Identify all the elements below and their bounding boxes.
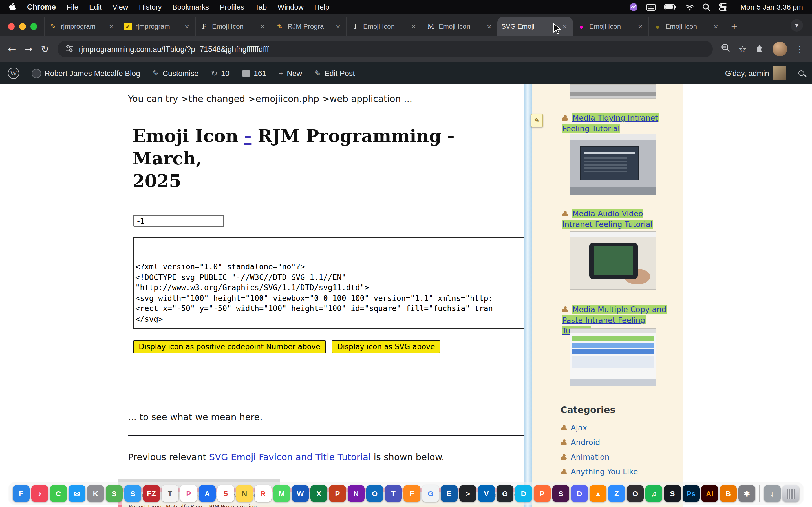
- dock-app-icon[interactable]: G: [497, 485, 513, 502]
- forward-icon[interactable]: →: [24, 43, 33, 55]
- post-thumbnail[interactable]: [569, 328, 656, 386]
- dock-app-icon[interactable]: ✉: [68, 485, 86, 502]
- tab-close-icon[interactable]: [107, 22, 116, 31]
- dock-app-icon[interactable]: F: [13, 485, 30, 502]
- dock-app-icon[interactable]: R: [255, 485, 271, 502]
- control-center-icon[interactable]: [719, 3, 727, 11]
- category-link[interactable]: Anything You Like: [571, 467, 638, 476]
- stats-icon[interactable]: [629, 3, 638, 11]
- menubar-item[interactable]: Profiles: [220, 3, 245, 11]
- browser-tab[interactable]: ✎ RJM Progra: [271, 17, 346, 36]
- profile-avatar[interactable]: [772, 42, 787, 56]
- previous-tutorial-link[interactable]: SVG Emoji Favicon and Title Tutorial: [209, 452, 371, 462]
- menu-dots-icon[interactable]: ⋮: [796, 44, 804, 54]
- dock-app-icon[interactable]: M: [273, 485, 290, 502]
- menubar-item[interactable]: View: [112, 3, 128, 11]
- display-codepoint-button[interactable]: Display icon as positive codepoint Numbe…: [133, 340, 326, 353]
- category-link[interactable]: Ajax: [571, 423, 587, 432]
- post-thumbnail-partial[interactable]: [569, 84, 656, 99]
- browser-tab[interactable]: ✓ rjmprogram: [119, 17, 195, 36]
- dock-app-icon[interactable]: P: [180, 485, 197, 502]
- menubar-item[interactable]: Edit: [89, 3, 102, 11]
- browser-tab-active[interactable]: SVG Emoji: [497, 17, 573, 36]
- dock-app-icon[interactable]: Ai: [701, 485, 718, 502]
- dock-app-icon[interactable]: G: [422, 485, 439, 502]
- window-zoom-button[interactable]: [31, 23, 37, 30]
- browser-tab[interactable]: ✎ rjmprogram: [44, 17, 119, 36]
- back-icon[interactable]: ←: [8, 43, 16, 55]
- browser-tab[interactable]: ● Emoji Icon: [573, 17, 649, 36]
- dock-app-icon[interactable]: Ps: [682, 485, 700, 502]
- window-close-button[interactable]: [8, 23, 15, 30]
- wp-account-menu[interactable]: G'day, admin: [725, 66, 786, 80]
- menubar-item[interactable]: Tab: [255, 3, 267, 11]
- apple-logo-icon[interactable]: [9, 3, 16, 11]
- tab-close-icon[interactable]: [636, 22, 645, 31]
- tab-close-icon[interactable]: [258, 22, 267, 31]
- wifi-icon[interactable]: [685, 4, 694, 10]
- dock-app-icon[interactable]: O: [366, 485, 383, 502]
- dock-app-icon[interactable]: 5: [217, 485, 234, 502]
- dock-app-icon[interactable]: Z: [608, 485, 625, 502]
- downloads-folder-icon[interactable]: ↓: [764, 485, 781, 502]
- category-link[interactable]: Animation: [571, 452, 610, 461]
- dock-app-icon[interactable]: C: [50, 485, 67, 502]
- tab-close-icon[interactable]: [409, 22, 418, 31]
- tab-close-icon[interactable]: [712, 22, 720, 31]
- wp-updates-button[interactable]: ↻ 10: [211, 69, 230, 78]
- keyboard-icon[interactable]: [646, 4, 656, 10]
- browser-tab[interactable]: F Emoji Icon: [195, 17, 271, 36]
- dock-app-icon[interactable]: P: [534, 485, 551, 502]
- window-minimize-button[interactable]: [19, 23, 26, 30]
- dock-app-icon[interactable]: P: [329, 485, 346, 502]
- wp-customise-button[interactable]: ✎ Customise: [153, 69, 199, 78]
- sidebar-post-link[interactable]: Media Audio Video Intranet Feeling Tutor…: [562, 209, 653, 229]
- dock-app-icon[interactable]: A: [199, 485, 216, 502]
- menubar-item[interactable]: File: [66, 3, 79, 11]
- dock-app-icon[interactable]: ✱: [739, 485, 755, 502]
- dock-app-icon[interactable]: B: [720, 485, 737, 502]
- dock-app-icon[interactable]: V: [478, 485, 495, 502]
- heading-dash-link[interactable]: -: [245, 126, 252, 146]
- dock-app-icon[interactable]: T: [385, 485, 402, 502]
- browser-tab[interactable]: M Emoji Icon: [422, 17, 497, 36]
- wp-edit-post-button[interactable]: ✎ Edit Post: [314, 69, 355, 78]
- browser-tab[interactable]: ● Emoji Icon: [649, 17, 724, 36]
- svg-code-textarea[interactable]: <?xml version="1.0" standalone="no"?><!D…: [133, 237, 524, 329]
- dock-app-icon[interactable]: N: [236, 485, 253, 502]
- browser-tab[interactable]: I Emoji Icon: [346, 17, 422, 36]
- post-thumbnail[interactable]: [569, 133, 656, 195]
- wp-logo-icon[interactable]: W: [8, 68, 19, 79]
- reload-icon[interactable]: ↻: [41, 43, 49, 55]
- wp-new-button[interactable]: + New: [279, 69, 302, 78]
- menubar-clock[interactable]: Mon 5 Jan 3:36 pm: [740, 3, 803, 11]
- wp-comments-button[interactable]: 161: [242, 69, 266, 77]
- menubar-item[interactable]: Bookmarks: [172, 3, 209, 11]
- floating-edit-note-icon[interactable]: [530, 114, 543, 127]
- dock-app-icon[interactable]: $: [106, 485, 123, 502]
- url-text[interactable]: rjmprogramming.com.au/ITblog/?p=71548&jg…: [79, 45, 269, 53]
- address-bar[interactable]: rjmprogramming.com.au/ITblog/?p=71548&jg…: [57, 41, 713, 57]
- wp-search-icon[interactable]: [799, 70, 804, 76]
- menubar-app-name[interactable]: Chrome: [27, 3, 56, 11]
- wp-site-menu[interactable]: Robert James Metcalfe Blog: [32, 68, 140, 78]
- battery-icon[interactable]: [664, 4, 676, 10]
- menubar-item[interactable]: Help: [314, 3, 329, 11]
- dock-app-icon[interactable]: N: [348, 485, 364, 502]
- tab-close-icon[interactable]: [334, 22, 342, 31]
- dock-app-icon[interactable]: K: [87, 485, 104, 502]
- dock-app-icon[interactable]: D: [571, 485, 588, 502]
- tune-icon[interactable]: [65, 44, 73, 54]
- display-svg-button[interactable]: Display icon as SVG above: [332, 340, 441, 353]
- extensions-icon[interactable]: [755, 43, 764, 55]
- bookmark-star-icon[interactable]: ☆: [739, 44, 747, 54]
- dock-app-icon[interactable]: E: [441, 485, 458, 502]
- trash-icon[interactable]: [782, 485, 799, 502]
- dock-app-icon[interactable]: ♫: [645, 485, 662, 502]
- menubar-item[interactable]: History: [139, 3, 162, 11]
- tab-close-icon[interactable]: [560, 22, 569, 31]
- dock-app-icon[interactable]: >: [459, 485, 476, 502]
- tab-close-icon[interactable]: [485, 22, 493, 31]
- dock-app-icon[interactable]: T: [161, 485, 179, 502]
- tab-close-icon[interactable]: [183, 22, 191, 31]
